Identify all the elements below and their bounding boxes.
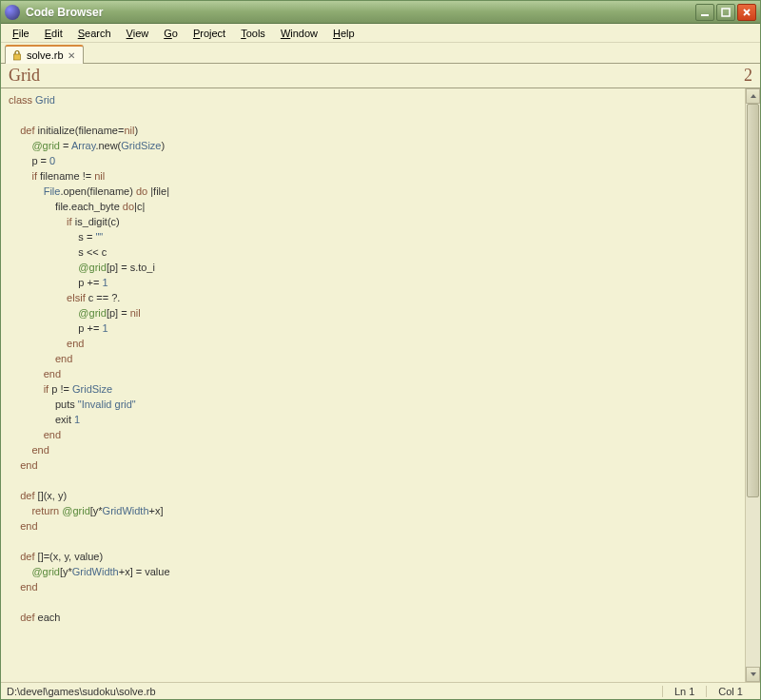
svg-rect-1 xyxy=(722,9,730,16)
breadcrumb: Grid 2 xyxy=(1,64,760,88)
menu-file[interactable]: File xyxy=(5,26,37,41)
menu-window[interactable]: Window xyxy=(273,26,325,41)
maximize-button[interactable] xyxy=(716,4,735,21)
editor-area: class Grid def initialize(filename=nil) … xyxy=(1,88,760,682)
vertical-scrollbar[interactable] xyxy=(745,88,760,682)
scroll-track[interactable] xyxy=(746,104,760,667)
scroll-down-button[interactable] xyxy=(746,667,760,682)
lock-icon xyxy=(11,49,23,61)
menu-search[interactable]: Search xyxy=(70,26,119,41)
svg-rect-2 xyxy=(14,54,21,60)
window-controls xyxy=(695,4,756,21)
code-editor[interactable]: class Grid def initialize(filename=nil) … xyxy=(1,88,745,682)
scroll-thumb[interactable] xyxy=(747,104,759,497)
menubar: File Edit Search View Go Project Tools W… xyxy=(1,24,760,43)
statusbar: D:\devel\games\sudoku\solve.rb Ln 1 Col … xyxy=(1,682,760,699)
status-line: Ln 1 xyxy=(662,686,706,697)
menu-view[interactable]: View xyxy=(119,26,157,41)
section-indicator: 2 xyxy=(744,66,752,86)
tab-active[interactable]: solve.rb ✕ xyxy=(5,45,84,64)
section-title: Grid xyxy=(9,66,744,86)
menu-go[interactable]: Go xyxy=(156,26,185,41)
status-path: D:\devel\games\sudoku\solve.rb xyxy=(7,686,662,697)
tab-close-button[interactable]: ✕ xyxy=(68,50,75,61)
minimize-button[interactable] xyxy=(695,4,714,21)
status-col: Col 1 xyxy=(706,686,754,697)
menu-help[interactable]: Help xyxy=(325,26,362,41)
scroll-up-button[interactable] xyxy=(746,88,760,104)
menu-project[interactable]: Project xyxy=(185,26,233,41)
menu-tools[interactable]: Tools xyxy=(233,26,273,41)
app-icon xyxy=(5,5,20,20)
titlebar[interactable]: Code Browser xyxy=(1,1,760,24)
close-button[interactable] xyxy=(737,4,756,21)
app-window: Code Browser File Edit Search View Go Pr… xyxy=(0,0,761,700)
window-title: Code Browser xyxy=(26,6,695,19)
menu-edit[interactable]: Edit xyxy=(37,26,70,41)
svg-rect-0 xyxy=(701,14,709,16)
tabbar: solve.rb ✕ xyxy=(1,43,760,64)
tab-label: solve.rb xyxy=(27,49,64,61)
